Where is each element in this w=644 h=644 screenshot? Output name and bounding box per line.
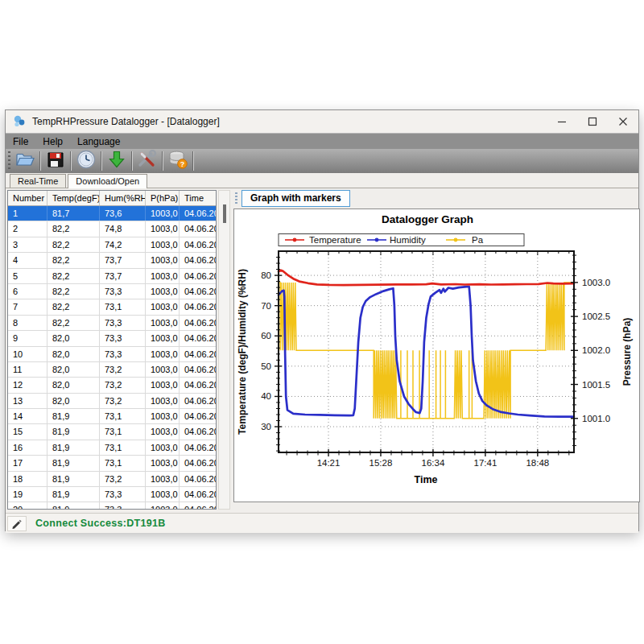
x-tick-label: 18:48 (526, 458, 549, 468)
table-cell: 73,1 (100, 299, 146, 314)
graph-with-markers-button[interactable]: Graph with markers (242, 190, 350, 207)
table-row[interactable]: 1282,073,21003,004.06.2023 13... (8, 378, 216, 393)
table-cell: 16 (8, 440, 47, 455)
table-cell: 1003,0 (146, 487, 180, 502)
column-header-p-hpa-[interactable]: P(hPa) (146, 191, 180, 205)
download-arrow-icon (107, 150, 126, 172)
table-row[interactable]: 682,273,31003,004.06.2023 13... (8, 284, 216, 299)
table-cell: 1003,0 (146, 284, 180, 299)
table-cell: 82,0 (47, 394, 100, 408)
menu-item-file[interactable]: File (6, 134, 35, 150)
table-row[interactable]: 282,274,81003,004.06.2023 13... (8, 221, 216, 237)
left-tick-label: 40 (261, 391, 271, 401)
table-cell: 1003,0 (146, 221, 180, 236)
table-cell: 8 (8, 316, 47, 330)
table-row[interactable]: 1581,973,11003,004.06.2023 13... (8, 424, 216, 440)
table-cell: 81,9 (47, 456, 100, 470)
table-row[interactable]: 1881,973,21003,004.06.2023 13... (8, 472, 216, 487)
menu-item-help[interactable]: Help (35, 134, 70, 150)
table-row[interactable]: 782,273,11003,004.06.2023 13... (8, 299, 216, 315)
open-folder-icon (14, 150, 35, 172)
table-cell: 1003,0 (146, 409, 180, 423)
tab-download-open[interactable]: Download/Open (68, 174, 147, 188)
column-header-hum-rh-[interactable]: Hum(%RH) (100, 191, 146, 205)
table-cell: 04.06.2023 13... (180, 221, 217, 236)
table-cell: 04.06.2023 13... (180, 316, 217, 330)
minimize-button[interactable] (547, 110, 577, 133)
table-header: NumberTemp(degF)Hum(%RH)P(hPa)Time (8, 191, 216, 206)
table-row[interactable]: 1681,973,11003,004.06.2023 13... (8, 440, 216, 456)
table-cell: 04.06.2023 13... (180, 362, 217, 377)
download-button[interactable] (105, 150, 129, 172)
app-window: TempRHPressure Datalogger - [Datalogger]… (5, 109, 639, 531)
table-cell: 04.06.2023 13... (180, 299, 217, 314)
table-row[interactable]: 1481,973,11003,004.06.2023 13... (8, 409, 216, 424)
device-info-button[interactable]: ? (166, 150, 190, 172)
toolbar-separator (192, 151, 194, 171)
table-cell: 1003,0 (146, 394, 180, 408)
table-cell: 73,3 (100, 284, 146, 299)
table-cell: 04.06.2023 13... (180, 440, 217, 455)
graph-panel-grip[interactable] (235, 192, 237, 205)
table-cell: 04.06.2023 13... (180, 487, 217, 502)
table-cell: 82,2 (47, 316, 100, 330)
table-cell: 7 (8, 299, 47, 314)
column-header-temp-degf-[interactable]: Temp(degF) (47, 191, 100, 205)
table-cell: 04.06.2023 13... (180, 253, 217, 267)
table-cell: 12 (8, 378, 47, 392)
table-cell: 73,1 (100, 409, 146, 423)
scrollbar-thumb[interactable] (223, 204, 226, 223)
table-row[interactable]: 2081,973,31003,004.06.2023 13... (8, 502, 216, 510)
column-header-number[interactable]: Number (8, 191, 47, 205)
title-bar[interactable]: TempRHPressure Datalogger - [Datalogger] (6, 110, 638, 133)
settings-button[interactable] (135, 150, 159, 172)
table-cell: 1003,0 (146, 206, 180, 221)
table-cell: 81,9 (47, 440, 100, 455)
right-tick-label: 1002.5 (582, 312, 610, 321)
table-cell: 82,0 (47, 362, 100, 377)
toolbar-grip[interactable] (8, 151, 10, 171)
maximize-button[interactable] (577, 110, 608, 133)
table-cell: 73,3 (100, 316, 146, 330)
table-row[interactable]: 482,273,71003,004.06.2023 13... (8, 253, 216, 268)
left-tick-label: 30 (261, 422, 271, 431)
table-cell: 73,7 (100, 253, 146, 267)
table-cell: 73,3 (100, 331, 146, 345)
table-cell: 82,2 (47, 237, 100, 252)
save-button[interactable] (43, 150, 68, 172)
status-pen-icon (11, 518, 23, 529)
table-cell: 73,1 (100, 456, 146, 470)
table-cell: 81,9 (47, 472, 100, 486)
left-tick-label: 80 (261, 270, 271, 280)
column-header-time[interactable]: Time (180, 191, 217, 205)
table-row[interactable]: 1382,073,21003,004.06.2023 13... (8, 394, 216, 409)
chart-container: 3040506070801001.01001.51002.01002.51003… (233, 208, 640, 502)
legend-marker (454, 238, 458, 242)
table-scrollbar[interactable] (218, 190, 230, 510)
open-folder-button[interactable] (13, 150, 37, 172)
table-cell: 82,2 (47, 221, 100, 236)
table-row[interactable]: 1781,973,11003,004.06.2023 13... (8, 456, 216, 471)
table-row[interactable]: 882,273,31003,004.06.2023 13... (8, 316, 216, 331)
table-row[interactable]: 181,773,61003,004.06.2023 13... (8, 206, 216, 221)
table-cell: 04.06.2023 13... (180, 237, 217, 252)
table-row[interactable]: 1182,073,21003,004.06.2023 13... (8, 362, 216, 378)
table-row[interactable]: 1082,073,31003,004.06.2023 13... (8, 347, 216, 362)
table-cell: 20 (8, 502, 47, 510)
status-bar: Connect Success:DT191B (6, 513, 638, 533)
table-row[interactable]: 582,273,71003,004.06.2023 13... (8, 269, 216, 284)
tab-real-time[interactable]: Real-Time (10, 174, 66, 188)
close-button[interactable] (608, 110, 638, 133)
table-cell: 3 (8, 237, 47, 252)
table-cell: 81,9 (47, 487, 100, 502)
table-cell: 04.06.2023 13... (180, 456, 217, 470)
table-row[interactable]: 382,274,21003,004.06.2023 13... (8, 237, 216, 253)
table-cell: 82,0 (47, 347, 100, 361)
table-cell: 81,7 (47, 206, 100, 221)
status-icon-box (7, 516, 27, 531)
table-row[interactable]: 1981,973,31003,004.06.2023 13... (8, 487, 216, 502)
table-cell: 82,2 (47, 269, 100, 283)
real-time-button[interactable] (74, 150, 98, 172)
table-row[interactable]: 982,073,31003,004.06.2023 13... (8, 331, 216, 346)
menu-item-language[interactable]: Language (70, 134, 127, 150)
